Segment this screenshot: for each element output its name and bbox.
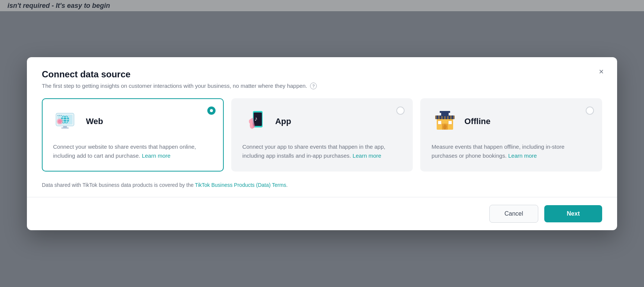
modal-footer: Cancel Next xyxy=(27,197,617,230)
offline-option-card[interactable]: @ xyxy=(420,98,602,172)
app-card-title: App xyxy=(275,117,291,126)
app-card-icon-row: ♪ App xyxy=(242,108,402,135)
web-card-title: Web xyxy=(86,117,103,126)
next-button[interactable]: Next xyxy=(544,205,602,222)
svg-rect-30 xyxy=(453,115,455,119)
offline-radio-unselected xyxy=(586,107,594,115)
svg-rect-25 xyxy=(438,115,440,119)
svg-rect-24 xyxy=(435,115,437,119)
app-radio-unselected xyxy=(396,107,405,115)
offline-icon: @ xyxy=(431,108,458,135)
options-grid: Web Connect your website to share events… xyxy=(27,98,617,182)
offline-card-title: Offline xyxy=(464,117,490,126)
svg-point-12 xyxy=(59,115,60,116)
svg-rect-29 xyxy=(450,115,452,119)
svg-point-11 xyxy=(58,115,59,116)
svg-point-13 xyxy=(61,115,62,116)
help-icon[interactable]: ? xyxy=(310,83,317,89)
svg-rect-21 xyxy=(448,121,452,124)
app-card-desc: Connect your app to share events that ha… xyxy=(242,142,402,160)
connect-data-source-modal: × Connect data source The first step to … xyxy=(27,57,617,230)
web-option-card[interactable]: Web Connect your website to share events… xyxy=(42,98,224,172)
offline-card-icon-row: @ xyxy=(431,108,591,135)
modal-title: Connect data source xyxy=(42,69,602,80)
modal-header: Connect data source The first step to ge… xyxy=(27,57,617,98)
app-option-card[interactable]: ♪ App Connect your app to share events t… xyxy=(231,98,413,172)
offline-learn-more-link[interactable]: Learn more xyxy=(508,152,537,159)
svg-point-10 xyxy=(58,120,62,123)
svg-rect-8 xyxy=(61,127,69,129)
svg-rect-32 xyxy=(440,111,450,113)
terms-prefix: Data shared with TikTok business data pr… xyxy=(42,182,195,188)
subtitle-text: The first step to getting insights on cu… xyxy=(42,83,307,89)
web-icon xyxy=(53,108,80,135)
svg-rect-23 xyxy=(445,124,445,130)
terms-bar: Data shared with TikTok business data pr… xyxy=(27,182,617,197)
close-button[interactable]: × xyxy=(597,66,605,77)
web-radio-selected xyxy=(207,107,216,115)
screen-background: isn't required - It's easy to begin × Co… xyxy=(0,0,644,287)
web-card-icon-row: Web xyxy=(53,108,213,135)
modal-subtitle: The first step to getting insights on cu… xyxy=(42,83,602,89)
svg-text:♪: ♪ xyxy=(254,115,257,122)
offline-card-desc: Measure events that happen offline, incl… xyxy=(431,142,591,160)
modal-overlay: × Connect data source The first step to … xyxy=(0,0,644,287)
app-icon: ♪ xyxy=(242,108,269,135)
svg-rect-20 xyxy=(438,121,442,124)
app-learn-more-link[interactable]: Learn more xyxy=(353,152,381,159)
cancel-button[interactable]: Cancel xyxy=(489,205,539,223)
web-learn-more-link[interactable]: Learn more xyxy=(142,152,171,159)
web-card-desc: Connect your website to share events tha… xyxy=(53,142,213,160)
terms-link[interactable]: TikTok Business Products (Data) Terms xyxy=(195,182,286,188)
terms-suffix: . xyxy=(286,182,288,188)
